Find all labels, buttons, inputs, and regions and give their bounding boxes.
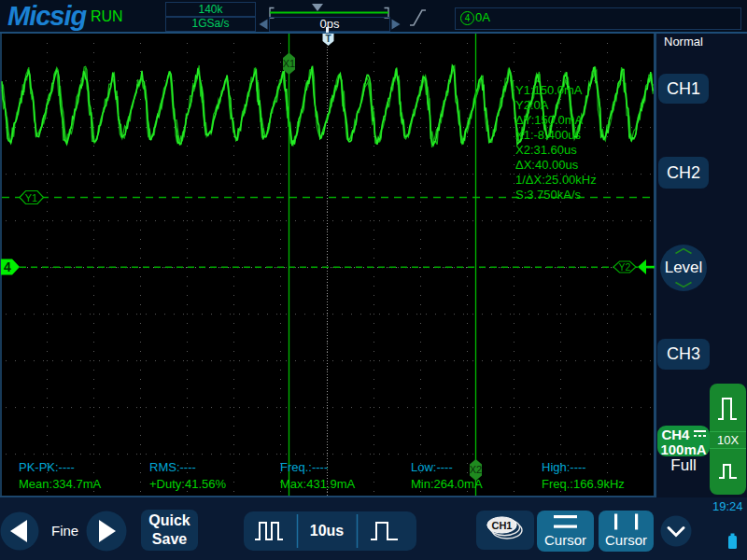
svg-text:10X: 10X	[717, 433, 739, 447]
svg-text:Y2: Y2	[619, 261, 631, 273]
svg-text:T: T	[325, 34, 331, 44]
svg-text:4: 4	[4, 259, 11, 274]
svg-text:Y1: Y1	[25, 192, 37, 203]
svg-text:X1: X1	[283, 58, 295, 69]
svg-text:CH1: CH1	[491, 520, 512, 531]
svg-text:X2: X2	[470, 464, 482, 475]
